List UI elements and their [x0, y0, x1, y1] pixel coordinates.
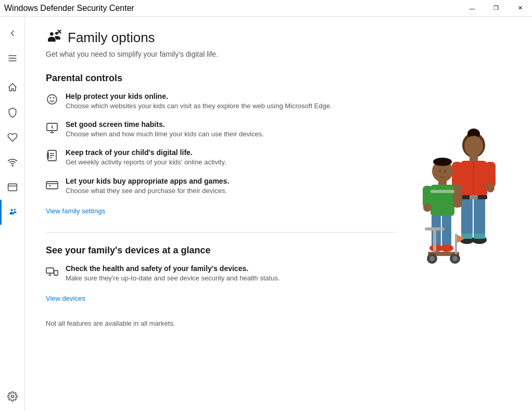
main-content: Family options Get what you need to simp…: [25, 17, 532, 411]
svg-point-42: [486, 183, 495, 192]
svg-rect-4: [8, 184, 17, 190]
family-illustration: [397, 73, 511, 327]
sidebar-item-family[interactable]: [0, 200, 25, 225]
feature-item-purchases: Let your kids buy appropriate apps and g…: [46, 177, 397, 196]
minimize-button[interactable]: —: [460, 0, 484, 17]
close-button[interactable]: ✕: [508, 0, 532, 17]
svg-rect-1: [8, 58, 16, 59]
section-divider: [46, 232, 397, 233]
svg-rect-36: [470, 155, 478, 162]
svg-rect-24: [46, 182, 58, 189]
svg-rect-2: [8, 60, 16, 61]
svg-point-6: [10, 209, 12, 211]
maximize-button[interactable]: ❐: [484, 0, 508, 17]
devices-check-icon: [46, 265, 58, 278]
sidebar-item-appbrowser[interactable]: [0, 175, 25, 200]
parental-controls-title: Parental controls: [46, 73, 397, 84]
parental-controls-section: Parental controls Help protect your kids…: [46, 73, 397, 215]
svg-rect-44: [474, 196, 485, 238]
svg-point-70: [452, 256, 458, 261]
page-header: Family options: [46, 29, 511, 46]
svg-rect-73: [430, 190, 454, 193]
smiley-icon: [46, 93, 58, 106]
svg-rect-50: [474, 234, 485, 239]
feature-item-devices: Check the health and safety of your fami…: [46, 264, 397, 283]
sidebar-item-menu[interactable]: [0, 46, 25, 71]
activity-icon: [46, 149, 58, 162]
feature-text-activity: Keep track of your child's digital life.…: [66, 148, 226, 167]
feature-item-screentime: Set good screen time habits. Choose when…: [46, 120, 397, 139]
svg-point-10: [55, 32, 58, 34]
view-family-settings-link[interactable]: View family settings: [46, 207, 105, 215]
feature-desc-devices: Make sure they're up-to-date and see dev…: [66, 274, 280, 283]
family-svg: [402, 119, 506, 280]
titlebar-controls: — ❐ ✕: [460, 0, 532, 17]
sidebar-item-back[interactable]: [0, 21, 25, 46]
feature-title-purchases: Let your kids buy appropriate apps and g…: [66, 177, 229, 185]
home-icon: [7, 82, 18, 93]
view-devices-link[interactable]: View devices: [46, 294, 85, 302]
page-family-icon: [46, 29, 62, 46]
feature-desc-purchases: Choose what they see and purchase for th…: [66, 186, 229, 196]
page-title: Family options: [68, 30, 155, 46]
devices-title: See your family's devices at a glance: [46, 245, 397, 256]
back-icon: [7, 28, 18, 38]
app-body: Family options Get what you need to simp…: [0, 17, 532, 411]
svg-point-3: [12, 165, 13, 166]
svg-rect-30: [54, 271, 58, 275]
svg-rect-0: [8, 55, 16, 56]
svg-point-59: [423, 203, 432, 212]
titlebar-left: Windows Defender Security Center: [4, 4, 134, 13]
titlebar: Windows Defender Security Center — ❐ ✕: [0, 0, 532, 17]
feature-item-activity: Keep track of your child's digital life.…: [46, 148, 397, 167]
content-left: Parental controls Help protect your kids…: [46, 73, 397, 327]
devices-section: See your family's devices at a glance Ch…: [46, 245, 397, 303]
feature-item-websites: Help protect your kids online. Choose wh…: [46, 92, 397, 111]
heart-icon: [7, 132, 18, 143]
svg-rect-61: [442, 215, 451, 246]
sidebar-item-virus[interactable]: [0, 100, 25, 125]
svg-point-54: [444, 170, 446, 173]
svg-rect-56: [430, 185, 454, 216]
svg-point-52: [433, 158, 452, 166]
feature-desc-websites: Choose which websites your kids can visi…: [66, 101, 332, 111]
svg-rect-58: [453, 186, 462, 208]
svg-point-68: [429, 256, 435, 261]
feature-text-devices: Check the health and safety of your fami…: [66, 264, 280, 283]
feature-title-websites: Help protect your kids online.: [66, 92, 332, 100]
svg-rect-27: [46, 268, 54, 273]
svg-point-13: [47, 95, 57, 104]
svg-point-35: [464, 136, 483, 157]
sidebar-item-firewall[interactable]: [0, 150, 25, 175]
sidebar-item-settings[interactable]: [0, 386, 25, 411]
feature-text-websites: Help protect your kids online. Choose wh…: [66, 92, 332, 111]
svg-rect-65: [425, 227, 445, 230]
footer-note: Not all features are available in all ma…: [46, 319, 397, 327]
svg-point-63: [440, 245, 453, 252]
sidebar-item-health[interactable]: [0, 125, 25, 150]
svg-point-9: [50, 32, 54, 36]
feature-text-screentime: Set good screen time habits. Choose when…: [66, 120, 264, 139]
feature-text-purchases: Let your kids buy appropriate apps and g…: [66, 177, 229, 196]
svg-rect-64: [433, 228, 436, 254]
svg-rect-43: [461, 196, 473, 238]
screen-time-icon: [46, 121, 58, 134]
sidebar-item-home[interactable]: [0, 75, 25, 100]
titlebar-title: Windows Defender Security Center: [4, 4, 134, 13]
content-wrapper: Parental controls Help protect your kids…: [46, 73, 511, 327]
menu-icon: [7, 53, 18, 63]
family-nav-icon: [8, 207, 18, 217]
gear-icon: [7, 391, 18, 402]
feature-title-activity: Keep track of your child's digital life.: [66, 148, 226, 157]
sidebar: [0, 17, 25, 411]
svg-rect-46: [470, 195, 478, 199]
feature-title-screentime: Set good screen time habits.: [66, 120, 264, 129]
wifi-icon: [7, 157, 18, 168]
feature-desc-activity: Get weekly activity reports of your kids…: [66, 158, 226, 167]
svg-point-7: [14, 209, 16, 210]
svg-point-8: [11, 395, 14, 398]
feature-title-devices: Check the health and safety of your fami…: [66, 264, 280, 273]
svg-point-53: [439, 170, 441, 173]
shield-icon: [7, 107, 18, 118]
feature-desc-screentime: Choose when and how much time your kids …: [66, 130, 264, 139]
